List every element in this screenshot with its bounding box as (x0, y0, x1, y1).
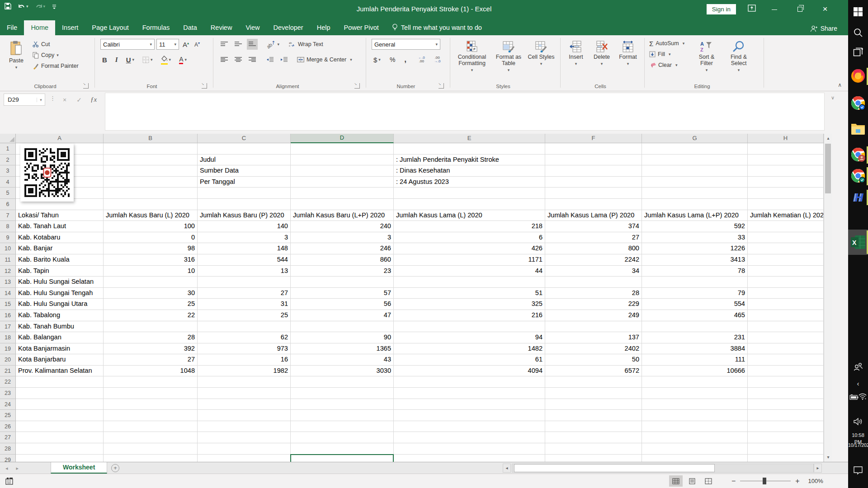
cell-b29[interactable] (104, 455, 198, 462)
cell-d21[interactable]: 3030 (291, 366, 394, 377)
cell-b12[interactable]: 10 (104, 266, 198, 277)
cell-f8[interactable]: 374 (545, 221, 642, 232)
decrease-font-size-button[interactable]: A▾ (193, 39, 202, 50)
cell-c2[interactable]: Judul (198, 155, 291, 166)
cell-e4[interactable]: : 24 Agustus 2023 (394, 177, 545, 188)
cell-c8[interactable]: 140 (198, 221, 291, 232)
taskbar-file-explorer-icon[interactable] (848, 120, 868, 137)
cell-c16[interactable]: 25 (198, 310, 291, 321)
cell-g29[interactable] (642, 455, 748, 462)
cell-b27[interactable] (104, 432, 198, 443)
cell-b19[interactable]: 392 (104, 343, 198, 355)
italic-button[interactable]: I (113, 54, 120, 65)
cell-h14[interactable] (748, 288, 824, 299)
cell-b28[interactable] (104, 443, 198, 455)
row-header-16[interactable]: 16 (0, 310, 16, 321)
cell-d3[interactable] (291, 165, 394, 177)
cell-f10[interactable]: 800 (545, 243, 642, 254)
cell-d18[interactable]: 90 (291, 332, 394, 343)
cell-e8[interactable]: 218 (394, 221, 545, 232)
cell-g21[interactable]: 10666 (642, 366, 748, 377)
cell-mode-indicator[interactable] (5, 478, 14, 487)
row-header-24[interactable]: 24 (0, 399, 16, 410)
cell-c29[interactable] (198, 455, 291, 462)
horizontal-scrollbar-thumb[interactable] (514, 464, 715, 472)
cell-b2[interactable] (104, 155, 198, 166)
cell-b5[interactable] (104, 188, 198, 199)
cell-e6[interactable] (394, 199, 545, 210)
cell-b18[interactable]: 28 (104, 332, 198, 343)
cell-b25[interactable] (104, 410, 198, 421)
row-header-19[interactable]: 19 (0, 343, 16, 355)
cell-d4[interactable] (291, 177, 394, 188)
row-header-25[interactable]: 25 (0, 410, 16, 421)
cell-f19[interactable]: 2402 (545, 343, 642, 355)
cell-f18[interactable]: 137 (545, 332, 642, 343)
font-dialog-launcher[interactable] (202, 83, 207, 89)
cell-c28[interactable] (198, 443, 291, 455)
cell-a7[interactable]: Lokasi/ Tahun (16, 210, 104, 221)
cell-h16[interactable] (748, 310, 824, 321)
cell-h25[interactable] (748, 410, 824, 421)
cell-f6[interactable] (545, 199, 642, 210)
tab-view[interactable]: View (239, 20, 266, 35)
column-header-c[interactable]: C (198, 134, 291, 143)
cell-a14[interactable]: Kab. Hulu Sungai Tengah (16, 288, 104, 299)
cell-c27[interactable] (198, 432, 291, 443)
cell-g14[interactable]: 79 (642, 288, 748, 299)
cell-h4[interactable] (748, 177, 824, 188)
cell-e20[interactable]: 61 (394, 354, 545, 366)
cell-e10[interactable]: 426 (394, 243, 545, 254)
cell-c4[interactable]: Per Tanggal (198, 177, 291, 188)
previous-sheet-button[interactable]: ◂ (5, 465, 8, 471)
cell-d26[interactable] (291, 421, 394, 432)
cell-c23[interactable] (198, 388, 291, 399)
merge-center-button[interactable]: Merge & Center (297, 54, 352, 65)
row-header-15[interactable]: 15 (0, 299, 16, 310)
action-center-button[interactable] (848, 464, 868, 477)
tab-developer[interactable]: Developer (267, 20, 310, 35)
wrap-text-button[interactable]: abc Wrap Text (289, 39, 323, 50)
top-align-button[interactable] (219, 39, 230, 50)
cell-f13[interactable] (545, 277, 642, 288)
cell-f24[interactable] (545, 399, 642, 410)
cell-h23[interactable] (748, 388, 824, 399)
align-left-button[interactable] (219, 54, 230, 65)
cell-e2[interactable]: : Jumlah Penderita Penyakit Stroke (394, 155, 545, 166)
fill-button[interactable]: Fill (649, 49, 684, 60)
cell-c5[interactable] (198, 188, 291, 199)
taskbar-clock-date[interactable]: 10/17/2023 (848, 442, 868, 449)
row-header-13[interactable]: 13 (0, 277, 16, 288)
cell-a27[interactable] (16, 432, 104, 443)
cell-b14[interactable]: 30 (104, 288, 198, 299)
row-header-28[interactable]: 28 (0, 443, 16, 455)
cell-f2[interactable] (545, 155, 642, 166)
cell-e5[interactable] (394, 188, 545, 199)
cell-g17[interactable] (642, 321, 748, 333)
row-header-27[interactable]: 27 (0, 432, 16, 443)
cell-f26[interactable] (545, 421, 642, 432)
restore-button[interactable] (793, 5, 807, 13)
cell-d15[interactable]: 56 (291, 299, 394, 310)
cell-h15[interactable] (748, 299, 824, 310)
cell-c12[interactable]: 13 (198, 266, 291, 277)
cell-h13[interactable] (748, 277, 824, 288)
cell-d24[interactable] (291, 399, 394, 410)
cell-b10[interactable]: 98 (104, 243, 198, 254)
show-hidden-icons-chevron[interactable]: ‹ (848, 378, 868, 389)
row-header-17[interactable]: 17 (0, 321, 16, 333)
cell-e13[interactable] (394, 277, 545, 288)
row-header-3[interactable]: 3 (0, 165, 16, 177)
column-header-g[interactable]: G (642, 134, 748, 143)
cell-b16[interactable]: 22 (104, 310, 198, 321)
cell-f23[interactable] (545, 388, 642, 399)
cell-f16[interactable]: 249 (545, 310, 642, 321)
cell-f11[interactable]: 2242 (545, 254, 642, 266)
cell-d13[interactable] (291, 277, 394, 288)
cell-g7[interactable]: Jumlah Kasus Lama (L+P) 2020 (642, 210, 748, 221)
orientation-button[interactable]: ab↗ (264, 39, 281, 50)
row-header-22[interactable]: 22 (0, 376, 16, 388)
tab-home[interactable]: Home (24, 20, 55, 35)
cell-h22[interactable] (748, 376, 824, 388)
taskbar-firefox-icon[interactable] (848, 67, 868, 85)
